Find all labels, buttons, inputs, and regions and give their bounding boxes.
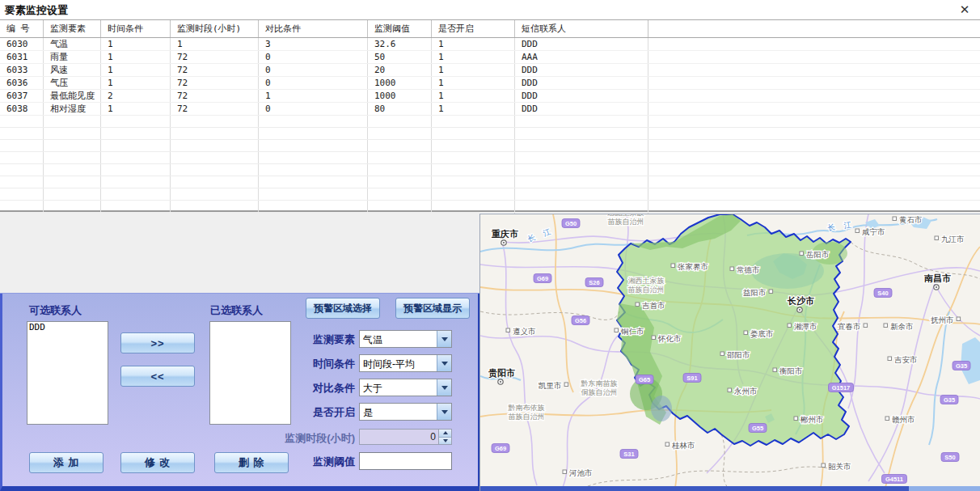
column-header[interactable]: 编 号 [0,20,44,37]
table-row[interactable]: 6033风速1720201DDD [0,64,980,77]
svg-text:苗族自治州: 苗族自治州 [509,413,545,421]
table-cell [368,164,432,176]
column-header[interactable]: 监测阈值 [368,20,432,37]
spinner-down-icon[interactable] [439,438,451,445]
table-cell [515,140,648,151]
window-title: 要素监控设置 [5,3,68,18]
enabled-label: 是否开启 [263,405,355,420]
table-cell [259,128,368,139]
table-filler [648,103,980,115]
list-item[interactable]: DDD [27,322,108,332]
table-cell: 1 [171,38,259,50]
column-header[interactable]: 对比条件 [259,20,368,37]
map-panel[interactable]: G50G69S26G56S40G65S91G1517G35G35S50G4511… [479,214,980,491]
table-cell: 2 [101,90,171,102]
chevron-down-icon[interactable] [437,355,451,371]
table-filler [648,51,980,63]
map-horizontal-scrollbar[interactable] [480,486,980,491]
table-filler [648,176,980,188]
table-row[interactable]: 6037最低能见度272110001DDD [0,90,980,103]
table-cell [171,188,259,200]
column-header[interactable]: 时间条件 [101,20,171,37]
table-row[interactable]: 6036气压172010001DDD [0,77,980,90]
warning-region-display-button[interactable]: 预警区域显示 [395,298,470,319]
table-cell: 1 [432,90,515,102]
threshold-input[interactable] [359,452,452,470]
table-row[interactable]: 6031雨量1720501AAA [0,51,980,64]
column-header[interactable]: 监测要素 [44,20,101,37]
table-cell: 1 [432,38,515,50]
table-filler [648,90,980,102]
element-select-value: 气温 [360,331,437,347]
table-cell [432,201,515,212]
chevron-down-icon[interactable] [437,404,451,420]
table-cell: 1 [101,64,171,76]
column-header[interactable]: 短信联系人 [515,20,648,37]
table-cell [515,116,648,127]
table-cell [515,152,648,163]
table-cell: 6031 [0,51,44,63]
svg-text:侗族自治州: 侗族自治州 [581,388,618,396]
table-cell: 相对湿度 [44,103,101,115]
svg-text:长沙市: 长沙市 [787,296,814,306]
add-button[interactable]: 添 加 [29,452,103,473]
column-header[interactable]: 监测时段(小时) [171,20,259,37]
enabled-select-value: 是 [360,404,437,420]
move-left-button[interactable]: << [120,366,195,387]
table-cell [515,176,648,188]
column-header[interactable]: 是否开启 [432,20,515,37]
svg-text:岳阳市: 岳阳市 [805,250,830,259]
table-cell: DDD [515,90,648,102]
time-condition-select[interactable]: 时间段-平均 [359,354,452,372]
table-cell [515,164,648,176]
table-cell [432,140,515,151]
table-cell [101,164,171,176]
chevron-down-icon[interactable] [437,331,451,347]
map-scrollbar-thumb[interactable] [909,486,980,491]
table-cell [44,116,101,127]
table-filler [648,116,980,127]
table-row[interactable]: 6030气温11332.61DDD [0,38,980,51]
table-cell [44,176,101,188]
table-cell [259,152,368,163]
period-spinner[interactable]: 0 [359,429,452,445]
table-cell [171,116,259,127]
table-cell [101,176,171,188]
table-cell [0,176,44,188]
table-cell [259,116,368,127]
compare-condition-select[interactable]: 大于 [359,379,452,396]
table-cell [368,152,432,163]
table-cell: 1 [101,38,171,50]
available-contacts-listbox[interactable]: DDD [27,321,108,425]
table-cell [0,188,44,200]
table-cell [44,164,101,176]
modify-button[interactable]: 修 改 [120,452,195,473]
svg-text:贵阳市: 贵阳市 [488,368,515,379]
svg-text:黔南布依族: 黔南布依族 [508,404,545,412]
spinner-up-icon[interactable] [439,430,451,438]
table-cell [44,152,101,163]
table-cell [0,116,44,127]
chevron-down-icon[interactable] [437,379,451,396]
table-filler [648,152,980,163]
table-cell [101,116,171,127]
close-icon[interactable]: ✕ [957,2,972,17]
table-cell: 72 [171,51,259,63]
element-select[interactable]: 气温 [359,330,452,348]
table-row[interactable]: 6038相对湿度1720801DDD [0,103,980,116]
table-cell [0,201,44,212]
map-area-label: 黔南布依族苗族自治州 [508,404,545,421]
enabled-select[interactable]: 是 [359,403,452,421]
svg-text:重庆市: 重庆市 [491,229,518,239]
svg-text:新余市: 新余市 [890,322,914,331]
time-condition-select-value: 时间段-平均 [360,355,437,371]
warning-region-select-button[interactable]: 预警区域选择 [306,298,380,319]
table-cell: 气压 [44,77,101,89]
table-cell [515,188,648,200]
table-cell [44,140,101,151]
table-cell: 6036 [0,77,44,89]
svg-text:韶关市: 韶关市 [828,462,851,471]
svg-text:益阳市: 益阳市 [743,288,767,297]
table-cell: 32.6 [368,38,432,50]
move-right-button[interactable]: >> [120,332,195,353]
